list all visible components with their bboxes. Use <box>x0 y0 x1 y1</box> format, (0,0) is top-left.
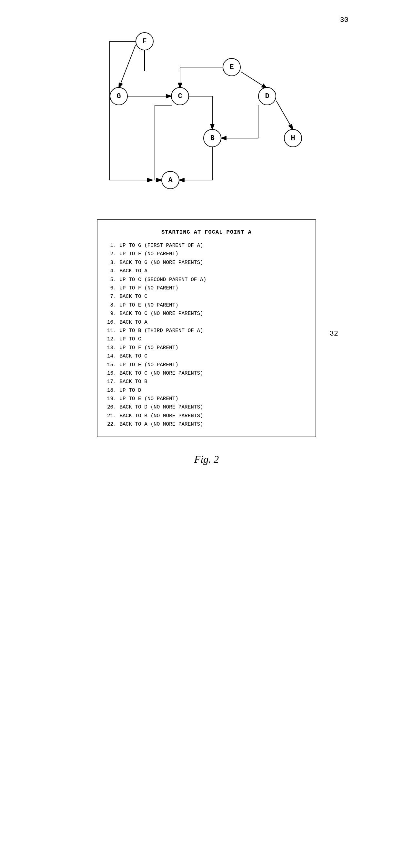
list-item: 19. UP TO E (NO PARENT) <box>107 395 306 403</box>
list-item: 21. BACK TO B (NO MORE PARENTS) <box>107 412 306 420</box>
list-item: 8. UP TO E (NO PARENT) <box>107 301 306 309</box>
list-item: 11. UP TO B (THIRD PARENT OF A) <box>107 327 306 335</box>
list-item: 6. UP TO F (NO PARENT) <box>107 284 306 292</box>
figure-caption: Fig. 2 <box>194 453 219 465</box>
page-container: 30 <box>84 13 329 465</box>
ref-32: 32 <box>330 328 338 340</box>
node-B: B <box>203 129 221 147</box>
list-item: 15. UP TO E (NO PARENT) <box>107 361 306 369</box>
list-item: 18. UP TO D <box>107 386 306 395</box>
list-item: 14. BACK TO C <box>107 352 306 361</box>
svg-line-3 <box>241 72 267 88</box>
node-F: F <box>135 32 154 50</box>
graph-diagram: F E G C D B H A <box>97 19 316 200</box>
list-item: 5. UP TO C (SECOND PARENT OF A) <box>107 276 306 284</box>
list-item: 13. UP TO F (NO PARENT) <box>107 344 306 352</box>
box-title: STARTING AT FOCAL POINT A <box>107 228 306 237</box>
list-item: 9. BACK TO C (NO MORE PARENTS) <box>107 309 306 318</box>
list-item: 2. UP TO F (NO PARENT) <box>107 250 306 258</box>
list-item: 12. UP TO C <box>107 335 306 343</box>
list-item: 3. BACK TO G (NO MORE PARENTS) <box>107 258 306 267</box>
node-A: A <box>161 171 180 189</box>
list-item: 10. BACK TO A <box>107 318 306 327</box>
steps-box: STARTING AT FOCAL POINT A 1. UP TO G (FI… <box>97 219 316 437</box>
node-E: E <box>223 58 241 76</box>
node-D: D <box>258 87 276 105</box>
node-H: H <box>284 129 302 147</box>
list-item: 1. UP TO G (FIRST PARENT OF A) <box>107 241 306 250</box>
list-item: 4. BACK TO A <box>107 267 306 275</box>
list-item: 20. BACK TO D (NO MORE PARENTS) <box>107 403 306 411</box>
list-item: 7. BACK TO C <box>107 292 306 301</box>
node-C: C <box>171 87 189 105</box>
node-G: G <box>110 87 128 105</box>
list-item: 16. BACK TO C (NO MORE PARENTS) <box>107 369 306 377</box>
steps-list: 1. UP TO G (FIRST PARENT OF A) 2. UP TO … <box>107 241 306 429</box>
svg-line-1 <box>119 45 135 88</box>
svg-line-4 <box>276 101 293 130</box>
list-item: 22. BACK TO A (NO MORE PARENTS) <box>107 420 306 429</box>
list-item: 17. BACK TO B <box>107 377 306 386</box>
graph-arrows <box>97 19 316 200</box>
ref-30: 30 <box>340 16 348 24</box>
